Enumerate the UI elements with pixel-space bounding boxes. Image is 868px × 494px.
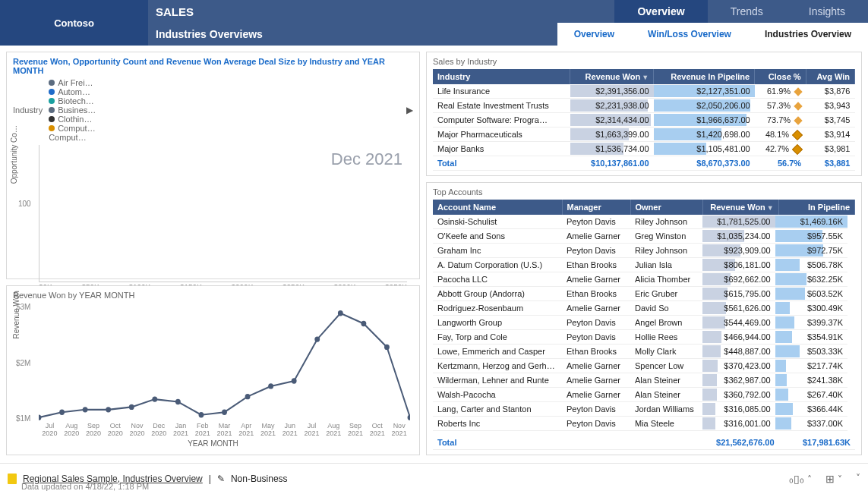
- table-row[interactable]: Lowe, Emmerich and CasperEthan BrooksMol…: [433, 345, 847, 359]
- table-row[interactable]: Life Insurance $2,391,356.00 $2,127,351.…: [433, 84, 855, 99]
- chart-icon[interactable]: ₀▯₀ ˄: [789, 473, 812, 485]
- sensitivity-label: Non-Business: [231, 474, 288, 484]
- expand-icon[interactable]: ˅: [856, 473, 860, 485]
- table-row[interactable]: Roberts IncPeyton DavisMia Steele $316,0…: [433, 417, 847, 431]
- table-row[interactable]: O'Keefe and SonsAmelie GarnerGreg Winsto…: [433, 229, 847, 244]
- header-main: SALES Overview Trends Insights Industrie…: [148, 0, 868, 46]
- legend-dot-icon: [49, 89, 55, 95]
- nav-trends[interactable]: Trends: [708, 0, 786, 23]
- sub-nav: Overview Win/Loss Overview Industries Ov…: [557, 23, 868, 46]
- status-bar: Regional Sales Sample, Industries Overvi…: [0, 463, 868, 494]
- legend-item[interactable]: Comput…: [49, 124, 96, 133]
- nav-overview[interactable]: Overview: [614, 0, 707, 23]
- table-row[interactable]: Graham IncPeyton DavisRiley Johnson $923…: [433, 244, 847, 258]
- powerbi-icon: [8, 474, 17, 484]
- col-account[interactable]: Account Name: [433, 200, 562, 215]
- kpi-icon: [792, 144, 803, 155]
- industry-card[interactable]: Sales by Industry Industry Revenue Won▼ …: [426, 52, 862, 176]
- accounts-scroll[interactable]: Osinski-SchulistPeyton DavisRiley Johnso…: [433, 215, 855, 436]
- kpi-icon: [792, 130, 803, 140]
- legend-dot-icon: [49, 98, 55, 104]
- table-row[interactable]: Fay, Torp and ColePeyton DavisHollie Ree…: [433, 330, 847, 345]
- legend-dot-icon: [49, 125, 55, 131]
- col-close-pct[interactable]: Close %: [755, 69, 806, 84]
- col-avg-win[interactable]: Avg Win: [806, 69, 854, 84]
- sensitivity-icon: ✎: [217, 474, 225, 484]
- main-nav: Overview Trends Insights: [614, 0, 868, 23]
- col-industry[interactable]: Industry: [433, 69, 570, 84]
- line-title: Revenue Won by YEAR MONTH: [13, 291, 413, 300]
- table-row[interactable]: Osinski-SchulistPeyton DavisRiley Johnso…: [433, 215, 847, 229]
- scatter-legend[interactable]: Industry Air Frei…Autom…Biotech…Busines……: [13, 78, 413, 142]
- table-row[interactable]: Abbott Group (Andorra)Ethan BrooksEric G…: [433, 287, 847, 301]
- table-row[interactable]: Major Pharmaceuticals $1,663,399.00 $1,4…: [433, 127, 855, 142]
- updated-label: Data updated on 4/18/22, 1:18 PM: [21, 482, 149, 491]
- accounts-table[interactable]: Osinski-SchulistPeyton DavisRiley Johnso…: [433, 215, 847, 431]
- legend-dot-icon: [49, 107, 55, 113]
- svg-point-10: [268, 383, 273, 389]
- legend-dot-icon: [49, 116, 55, 122]
- table-row[interactable]: Walsh-PacochaAmelie GarnerAlan Steiner $…: [433, 388, 847, 402]
- scatter-ylabel: Opportunity Co…: [10, 125, 18, 184]
- industry-total-row: Total$10,137,861.00$8,670,373.0056.7%$3,…: [433, 156, 855, 171]
- svg-point-9: [245, 394, 251, 399]
- svg-point-16: [408, 414, 410, 420]
- sort-desc-icon: ▼: [767, 204, 774, 212]
- table-row[interactable]: A. Datum Corporation (U.S.)Ethan BrooksJ…: [433, 258, 847, 272]
- subtab-overview[interactable]: Overview: [557, 23, 631, 46]
- table-row[interactable]: Computer Software: Progra… $2,314,434.00…: [433, 113, 855, 127]
- legend-item[interactable]: Autom…: [49, 87, 96, 96]
- apps-icon[interactable]: ⊞ ˅: [825, 473, 842, 485]
- page-subtitle: Industries Overviews: [148, 23, 557, 46]
- col-manager[interactable]: Manager: [562, 200, 630, 215]
- line-xlabel: YEAR MONTH: [13, 439, 413, 448]
- subtab-winloss[interactable]: Win/Loss Overview: [631, 23, 748, 46]
- svg-point-5: [152, 396, 157, 401]
- legend-next-icon[interactable]: ▶: [406, 105, 413, 115]
- line-yticks: $3M$2M$1M: [16, 303, 30, 423]
- svg-point-0: [39, 414, 41, 420]
- line-svg: [39, 303, 410, 423]
- scatter-title: Revenue Won, Opportunity Count and Reven…: [13, 57, 413, 75]
- legend-dot-icon: [49, 80, 55, 86]
- col-acc-pipeline[interactable]: In Pipeline: [778, 200, 854, 215]
- brand-logo: Contoso: [0, 0, 148, 46]
- industry-table[interactable]: Industry Revenue Won▼ Revenue In Pipelin…: [433, 69, 855, 171]
- scatter-card[interactable]: Revenue Won, Opportunity Count and Reven…: [6, 52, 420, 279]
- svg-point-12: [314, 336, 320, 341]
- accounts-title: Top Accounts: [433, 187, 855, 197]
- kpi-icon: [794, 87, 802, 96]
- scatter-plot[interactable]: Opportunity Co… 100 Dec 2021: [39, 145, 407, 282]
- legend-item[interactable]: Comput…: [49, 133, 96, 142]
- legend-item[interactable]: Clothin…: [49, 115, 96, 124]
- col-owner[interactable]: Owner: [630, 200, 702, 215]
- table-row[interactable]: Wilderman, Lehner and RunteAmelie Garner…: [433, 373, 847, 388]
- accounts-total-row: Total $21,562,676.00$17,981.63K: [433, 436, 855, 450]
- page-title: SALES: [148, 5, 614, 18]
- table-row[interactable]: Major Banks $1,536,734.00 $1,105,481.00 …: [433, 142, 855, 156]
- table-row[interactable]: Lang, Carter and StantonPeyton DavisJord…: [433, 402, 847, 417]
- table-row[interactable]: Real Estate Investment Trusts $2,231,938…: [433, 99, 855, 113]
- col-acc-won[interactable]: Revenue Won▼: [702, 200, 778, 215]
- col-revenue-won[interactable]: Revenue Won▼: [570, 69, 654, 84]
- svg-point-3: [106, 407, 111, 412]
- legend-item[interactable]: Busines…: [49, 105, 96, 115]
- svg-point-14: [361, 321, 366, 326]
- svg-point-11: [292, 378, 297, 383]
- accounts-table-header[interactable]: Account Name Manager Owner Revenue Won▼ …: [433, 200, 855, 215]
- nav-insights[interactable]: Insights: [786, 0, 868, 23]
- scatter-ytick: 100: [18, 200, 31, 208]
- legend-item[interactable]: Biotech…: [49, 96, 96, 105]
- line-chart[interactable]: Revenue Won $3M$2M$1M: [39, 303, 410, 423]
- table-row[interactable]: Langworth GroupPeyton DavisAngel Brown $…: [433, 316, 847, 330]
- table-row[interactable]: Rodriguez-RosenbaumAmelie GarnerDavid So…: [433, 301, 847, 316]
- col-revenue-pipeline[interactable]: Revenue In Pipeline: [654, 69, 755, 84]
- line-card[interactable]: Revenue Won by YEAR MONTH Revenue Won $3…: [6, 285, 420, 455]
- legend-item[interactable]: Air Frei…: [49, 78, 96, 87]
- table-row[interactable]: Kertzmann, Herzog and GerholdAmelie Garn…: [433, 359, 847, 373]
- table-row[interactable]: Pacocha LLCAmelie GarnerAlicia Thomber $…: [433, 272, 847, 287]
- subtab-industries[interactable]: Industries Overview: [748, 23, 868, 46]
- accounts-card[interactable]: Top Accounts Account Name Manager Owner …: [426, 182, 862, 455]
- svg-point-2: [83, 407, 88, 412]
- svg-point-13: [338, 310, 343, 316]
